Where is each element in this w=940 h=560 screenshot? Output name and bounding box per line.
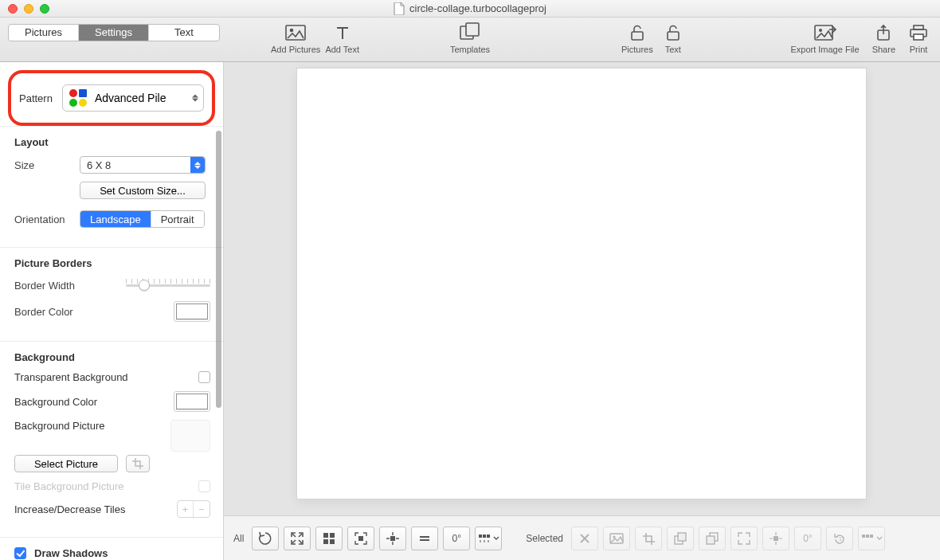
grid-button[interactable] (315, 527, 343, 550)
lock-text-label: Text (665, 45, 681, 54)
canvas-stage[interactable] (224, 62, 940, 515)
svg-rect-5 (668, 32, 679, 40)
border-color-swatch[interactable] (174, 301, 210, 322)
border-color-label: Border Color (14, 306, 118, 318)
pattern-dropdown[interactable]: Advanced Pile (62, 84, 204, 112)
bottom-all-label: All (233, 533, 244, 544)
sel-bring-forward-button (667, 527, 694, 550)
svg-rect-14 (323, 539, 328, 544)
transparent-bg-label: Transparent Background (14, 371, 128, 383)
crop-bg-button[interactable] (126, 455, 150, 472)
tile-bg-checkbox (198, 480, 210, 492)
svg-rect-29 (862, 535, 865, 538)
distribute-button[interactable] (475, 527, 502, 550)
orientation-landscape[interactable]: Landscape (80, 211, 151, 227)
sel-center-button (762, 527, 789, 550)
toggle-lock-text[interactable] (663, 22, 683, 43)
print-label: Print (910, 45, 928, 54)
pattern-value: Advanced Pile (95, 92, 166, 104)
sidebar-scrollbar[interactable] (212, 62, 223, 560)
collage-page[interactable] (297, 69, 866, 499)
sidebar-mode-tabs[interactable]: Pictures Settings Text (8, 24, 220, 41)
add-pictures-label: Add Pictures (271, 45, 320, 54)
window-zoom[interactable] (40, 4, 49, 14)
svg-rect-31 (870, 535, 873, 538)
orientation-segment[interactable]: Landscape Portrait (80, 210, 205, 228)
border-width-label: Border Width (14, 280, 118, 292)
equalize-button[interactable] (411, 527, 438, 550)
bg-picture-label: Background Picture (14, 420, 104, 432)
sel-delete-button (571, 527, 598, 550)
pattern-icon (69, 89, 87, 107)
svg-rect-26 (707, 536, 715, 544)
bg-picture-well[interactable] (170, 420, 210, 452)
center-align-button[interactable] (379, 527, 406, 550)
dropdown-arrows-icon (190, 157, 205, 173)
sel-crop-button (635, 527, 662, 550)
sel-reset-rotation-button: 0° (794, 527, 821, 550)
sel-replace-button (603, 527, 630, 550)
size-select[interactable]: 6 X 8 (80, 156, 206, 174)
svg-rect-30 (866, 535, 869, 538)
window-minimize[interactable] (24, 4, 33, 14)
tab-pictures[interactable]: Pictures (9, 25, 79, 41)
tiles-minus[interactable]: − (194, 501, 210, 517)
sel-distribute-button (858, 527, 885, 550)
orientation-label: Orientation (14, 213, 72, 225)
fit-button[interactable] (284, 527, 311, 550)
toggle-lock-pictures[interactable] (627, 22, 648, 43)
tile-bg-label: Tile Background Picture (14, 480, 124, 492)
bg-color-swatch[interactable] (174, 391, 210, 412)
svg-rect-13 (330, 533, 335, 538)
group-add: Add Pictures Add Text (271, 22, 359, 54)
svg-rect-24 (678, 533, 686, 541)
size-label: Size (14, 159, 72, 171)
layout-heading: Layout (14, 136, 210, 148)
export-button[interactable] (813, 22, 837, 43)
shuffle-button[interactable] (252, 527, 279, 550)
group-locks: Pictures Text (621, 22, 683, 54)
svg-rect-18 (479, 535, 482, 538)
templates-button[interactable] (458, 22, 482, 43)
print-button[interactable] (908, 22, 929, 43)
window-title: circle-collage.turbocollageproj (409, 2, 546, 14)
lock-pictures-label: Pictures (621, 45, 653, 54)
svg-rect-16 (358, 536, 363, 541)
svg-point-1 (290, 29, 294, 33)
chevron-updown-icon (192, 95, 198, 102)
inc-dec-tiles-label: Increase/Decrease Tiles (14, 503, 125, 515)
expand-fill-button[interactable] (347, 527, 374, 550)
reset-rotation-button[interactable]: 0° (443, 527, 470, 550)
pattern-selector-highlight: Pattern Advanced Pile (8, 70, 215, 126)
bottom-selected-label: Selected (526, 533, 563, 544)
document-icon (394, 2, 405, 15)
tab-settings[interactable]: Settings (79, 25, 149, 41)
svg-rect-3 (466, 23, 479, 36)
background-heading: Background (14, 351, 210, 363)
svg-rect-4 (632, 32, 643, 40)
tiles-stepper[interactable]: + − (177, 500, 210, 518)
add-text-button[interactable] (332, 22, 353, 43)
sel-rotate-button: 1° (826, 527, 853, 550)
orientation-portrait[interactable]: Portrait (151, 211, 204, 227)
tiles-plus[interactable]: + (178, 501, 194, 517)
sel-send-backward-button (699, 527, 726, 550)
add-pictures-button[interactable] (284, 22, 307, 43)
set-custom-size-button[interactable]: Set Custom Size... (80, 182, 206, 199)
pattern-label: Pattern (19, 92, 53, 104)
borders-heading: Picture Borders (14, 257, 210, 269)
tab-text[interactable]: Text (149, 25, 219, 41)
share-label: Share (872, 45, 895, 54)
border-width-slider[interactable] (126, 277, 210, 293)
bg-color-label: Background Color (14, 396, 97, 408)
share-button[interactable] (873, 22, 894, 43)
select-picture-button[interactable]: Select Picture (14, 455, 118, 472)
draw-shadows-label: Draw Shadows (34, 547, 108, 559)
svg-rect-15 (330, 539, 335, 544)
svg-rect-10 (914, 25, 923, 29)
svg-point-22 (613, 535, 615, 538)
transparent-bg-checkbox[interactable] (198, 371, 210, 383)
svg-rect-17 (390, 536, 395, 541)
window-close[interactable] (8, 4, 18, 14)
draw-shadows-checkbox[interactable] (14, 547, 26, 559)
